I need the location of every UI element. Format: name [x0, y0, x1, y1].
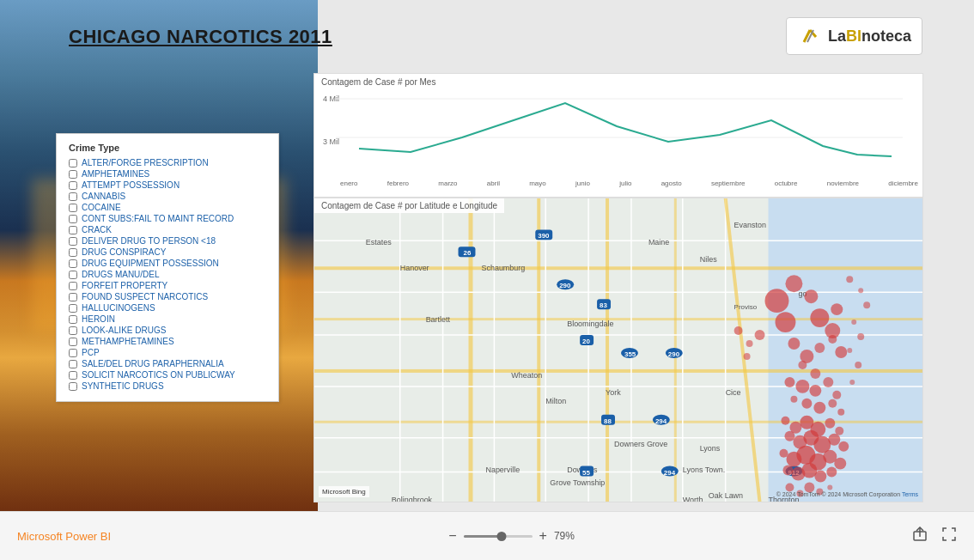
filter-label[interactable]: SALE/DEL DRUG PARAPHERNALIA — [82, 359, 224, 368]
filter-item: PCP — [69, 348, 266, 357]
filter-checkbox-11[interactable] — [69, 282, 77, 290]
powerbi-link[interactable]: Microsoft Power BI — [17, 530, 111, 543]
filter-label[interactable]: CRACK — [82, 225, 112, 234]
filter-item: COCAINE — [69, 203, 266, 212]
filter-checkbox-5[interactable] — [69, 215, 77, 223]
filter-label[interactable]: ATTEMPT POSSESSION — [82, 180, 180, 190]
svg-point-81 — [831, 303, 843, 315]
filter-checkbox-1[interactable] — [69, 170, 77, 179]
filter-label[interactable]: HEROIN — [82, 314, 115, 324]
filter-checkbox-3[interactable] — [69, 192, 77, 201]
filter-item: ALTER/FORGE PRESCRIPTION — [69, 158, 266, 167]
filter-label[interactable]: ALTER/FORGE PRESCRIPTION — [82, 158, 209, 167]
filter-label[interactable]: SOLICIT NARCOTICS ON PUBLICWAY — [82, 370, 235, 380]
filter-label[interactable]: DRUG CONSPIRACY — [82, 247, 166, 257]
filter-checkbox-18[interactable] — [69, 360, 77, 368]
svg-point-107 — [784, 431, 794, 441]
filter-item: DRUG EQUIPMENT POSSESSION — [69, 259, 266, 268]
svg-point-134 — [755, 330, 765, 340]
chart-area: 4 Mil 3 Mil enero febrero marzo abril ma… — [314, 90, 922, 189]
svg-text:Bartlett: Bartlett — [426, 315, 451, 324]
filter-checkbox-12[interactable] — [69, 293, 77, 301]
month-noviembre: noviembre — [827, 180, 859, 187]
chart-line-svg — [336, 90, 903, 167]
filter-label[interactable]: SYNTHETIC DRUGS — [82, 381, 164, 391]
filter-label[interactable]: HALLUCINOGENS — [82, 303, 155, 313]
filter-checkbox-9[interactable] — [69, 259, 77, 268]
filter-checkbox-4[interactable] — [69, 204, 77, 212]
filter-checkbox-6[interactable] — [69, 226, 77, 234]
filter-item: SOLICIT NARCOTICS ON PUBLICWAY — [69, 370, 266, 380]
filter-label[interactable]: DRUG EQUIPMENT POSSESSION — [82, 259, 219, 268]
svg-text:Proviso: Proviso — [734, 303, 758, 311]
svg-point-90 — [810, 368, 820, 379]
filter-label[interactable]: CONT SUBS:FAIL TO MAINT RECORD — [82, 214, 234, 223]
filter-label[interactable]: COCAINE — [82, 203, 121, 212]
filter-checkbox-7[interactable] — [69, 237, 77, 246]
line-chart-container: Contagem de Case # por Mes 4 Mil 3 Mil e… — [314, 73, 923, 198]
filter-label[interactable]: CANNABIS — [82, 192, 125, 201]
chart-months: enero febrero marzo abril mayo junio jul… — [340, 180, 918, 187]
filter-label[interactable]: METHAMPHETAMINES — [82, 337, 174, 346]
svg-text:Bolingbrook: Bolingbrook — [392, 496, 433, 502]
filter-checkbox-15[interactable] — [69, 326, 77, 335]
svg-point-124 — [846, 276, 853, 283]
filter-item: CANNABIS — [69, 192, 266, 201]
chart-title: Contagem de Case # por Mes — [314, 74, 922, 90]
svg-rect-9 — [606, 198, 609, 502]
svg-point-125 — [858, 288, 863, 293]
terms-link[interactable]: Terms — [902, 491, 918, 497]
filter-label[interactable]: AMPHETAMINES — [82, 169, 149, 179]
filter-label[interactable]: FOUND SUSPECT NARCOTICS — [82, 292, 208, 301]
filter-checkbox-2[interactable] — [69, 181, 77, 190]
svg-text:Worth: Worth — [683, 496, 703, 502]
svg-point-78 — [785, 275, 802, 292]
svg-text:Oak Lawn: Oak Lawn — [709, 491, 743, 500]
filter-label[interactable]: PCP — [82, 348, 100, 357]
svg-point-105 — [825, 418, 835, 429]
svg-text:88: 88 — [604, 417, 612, 425]
filter-checkbox-13[interactable] — [69, 304, 77, 313]
svg-text:20: 20 — [582, 338, 590, 345]
fullscreen-button[interactable] — [941, 527, 957, 545]
month-junio: junio — [575, 180, 590, 187]
filter-checkbox-10[interactable] — [69, 271, 77, 279]
svg-text:55: 55 — [582, 469, 590, 477]
logo-container: LaBInoteca — [786, 17, 922, 55]
filter-checkbox-19[interactable] — [69, 371, 77, 380]
filter-item: CRACK — [69, 225, 266, 234]
filter-checkbox-20[interactable] — [69, 382, 77, 391]
svg-point-86 — [814, 343, 825, 353]
filter-checkbox-14[interactable] — [69, 315, 77, 324]
filter-label[interactable]: DRUGS MANU/DEL — [82, 270, 160, 279]
svg-text:Cice: Cice — [726, 388, 741, 397]
filter-checkbox-0[interactable] — [69, 159, 77, 167]
filter-item: FORFEIT PROPERTY — [69, 281, 266, 290]
svg-point-123 — [826, 467, 837, 478]
filter-label[interactable]: LOOK-ALIKE DRUGS — [82, 326, 166, 335]
svg-point-130 — [855, 362, 861, 368]
filter-label[interactable]: FORFEIT PROPERTY — [82, 281, 167, 290]
filter-label[interactable]: DELIVER DRUG TO PERSON <18 — [82, 236, 216, 246]
svg-text:Maine: Maine — [648, 238, 669, 247]
filter-item: SYNTHETIC DRUGS — [69, 381, 266, 391]
filter-checkbox-8[interactable] — [69, 248, 77, 257]
zoom-slider[interactable] — [464, 535, 533, 538]
svg-point-99 — [828, 399, 837, 408]
filter-item: DRUGS MANU/DEL — [69, 270, 266, 279]
month-septiembre: septiembre — [711, 180, 746, 187]
filter-checkbox-16[interactable] — [69, 338, 77, 346]
share-button[interactable] — [912, 527, 928, 545]
filter-checkbox-17[interactable] — [69, 349, 77, 357]
zoom-controls: − + 79% — [448, 528, 575, 544]
svg-text:Naperville: Naperville — [485, 466, 520, 474]
svg-point-140 — [827, 485, 832, 490]
month-julio: julio — [619, 180, 631, 187]
svg-point-101 — [781, 417, 789, 425]
month-marzo: marzo — [438, 180, 457, 187]
svg-point-111 — [828, 434, 840, 446]
zoom-out-button[interactable]: − — [448, 528, 456, 544]
zoom-in-button[interactable]: + — [539, 528, 547, 544]
svg-point-131 — [849, 380, 855, 385]
svg-rect-12 — [314, 318, 922, 320]
